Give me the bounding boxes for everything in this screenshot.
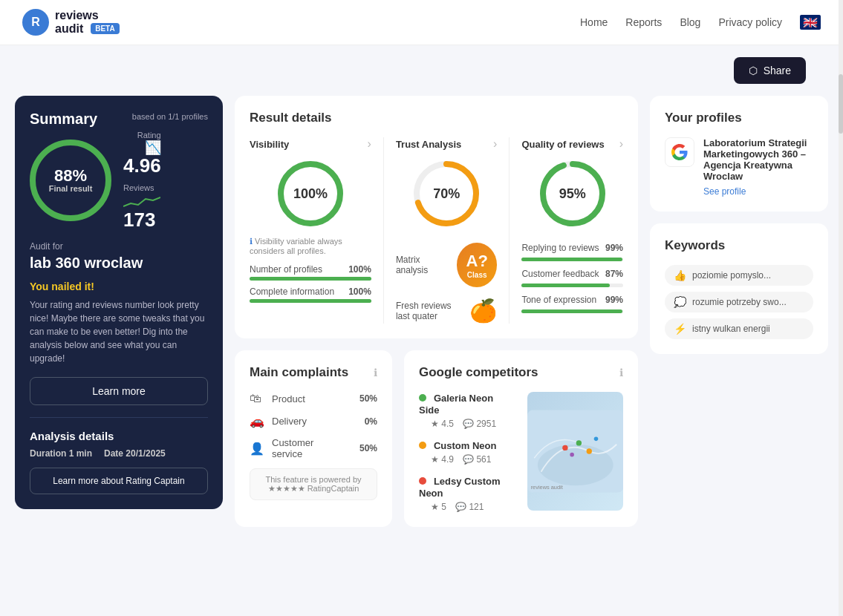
competitor-0-stats: ★ 4.5 💬 2951	[419, 419, 515, 429]
complaints-header: Main complaints ℹ	[250, 365, 377, 380]
learn-more-button[interactable]: Learn more	[30, 377, 208, 405]
share-button[interactable]: ⬡ Share	[734, 57, 806, 84]
nav-privacy[interactable]: Privacy policy	[718, 16, 782, 28]
complaints-card: Main complaints ℹ 🛍 Product 50% 🚗 Delive…	[235, 350, 392, 527]
audit-name: lab 360 wroclaw	[30, 255, 208, 272]
nailed-it: You nailed it!	[30, 281, 208, 292]
beta-badge: BETA	[91, 23, 119, 34]
visibility-nav-arrow[interactable]: ›	[368, 137, 371, 151]
trust-col: Trust Analysis › 70%	[396, 137, 498, 324]
competitor-1-reviews: 💬 561	[463, 454, 491, 465]
logo-reviews: reviews	[55, 9, 99, 22]
scroll-bar[interactable]	[839, 0, 843, 542]
competitors-grid: Galeria Neon Side ★ 4.5 💬 2951 Custom Ne…	[419, 392, 623, 512]
audit-for-label: Audit for	[30, 241, 208, 252]
complaint-customer-service: 👤 Customer service 50%	[250, 437, 377, 459]
trust-nav-arrow[interactable]: ›	[493, 137, 497, 151]
profile-item-0: Laboratorium Strategii Marketingowych 36…	[665, 137, 813, 197]
metric-complete-info: Complete information 100%	[250, 286, 371, 297]
summary-card: Summary based on 1/1 profiles 88% Final …	[15, 96, 223, 509]
quality-value: 95%	[559, 186, 586, 202]
nailed-desc: Your rating and reviews number look pret…	[30, 298, 208, 365]
google-logo	[665, 137, 694, 167]
profiles-card: Your profiles Laboratorium Strategii Mar…	[650, 96, 828, 212]
trust-value: 70%	[433, 186, 460, 202]
rating-sparkline: 📉	[145, 140, 161, 156]
competitor-0-name: Galeria Neon Side	[419, 393, 493, 416]
middle-column: Result details Visibility ›	[235, 96, 638, 527]
competitor-1-stats: ★ 4.9 💬 561	[419, 454, 515, 465]
customer-service-icon: 👤	[250, 442, 264, 456]
keyword-text-0: poziomie pomyslo...	[692, 270, 771, 281]
complaint-product: 🛍 Product 50%	[250, 392, 377, 405]
share-label: Share	[764, 65, 791, 76]
duration-value: 1 min	[69, 448, 92, 459]
date-label: Date 20/1/2025	[104, 448, 166, 459]
reviews-label: Reviews	[123, 183, 154, 192]
final-percent: 88%	[54, 168, 87, 184]
nav: Home Reports Blog Privacy policy 🇬🇧	[580, 15, 821, 30]
svg-point-9	[537, 445, 613, 486]
logo-text: reviews audit BETA	[55, 9, 120, 35]
complaints-info-icon[interactable]: ℹ	[374, 367, 377, 379]
matrix-badge: A? Class	[457, 243, 497, 287]
see-profile-link-0[interactable]: See profile	[703, 186, 746, 197]
analysis-details: Analysis details Duration 1 min Date 20/…	[30, 417, 208, 494]
profile-name-0: Laboratorium Strategii Marketingowych 36…	[703, 137, 813, 182]
final-result-circle: 88% Final result	[30, 140, 111, 221]
rating-captain-button[interactable]: Learn more about Rating Captain	[30, 468, 208, 494]
profiles-title: Your profiles	[665, 111, 813, 125]
competitor-2-dot	[419, 477, 426, 485]
competitor-2-reviews: 💬 121	[455, 502, 484, 512]
scroll-thumb[interactable]	[839, 74, 843, 134]
svg-point-13	[593, 437, 598, 442]
flag-icon[interactable]: 🇬🇧	[800, 15, 821, 30]
fresh-reviews-label: Fresh reviews last quater	[396, 301, 463, 321]
trust-circle: 70%	[409, 157, 484, 231]
delivery-percent: 0%	[354, 416, 377, 427]
keyword-text-1: rozumie potrzeby swo...	[692, 297, 787, 307]
competitor-0-reviews: 💬 2951	[463, 419, 496, 429]
powered-by: This feature is powered by★★★★★ RatingCa…	[250, 468, 377, 500]
rating-label: Rating	[137, 131, 161, 140]
quality-nav-arrow[interactable]: ›	[619, 137, 623, 151]
competitor-0: Galeria Neon Side ★ 4.5 💬 2951	[419, 392, 515, 429]
competitor-2-stats: ★ 5 💬 121	[419, 502, 515, 512]
visibility-circle: 100%	[273, 157, 348, 231]
matrix-label: Matrix analysis	[396, 255, 449, 275]
competitor-0-dot	[419, 394, 426, 402]
quality-col: Quality of reviews › 95%	[521, 137, 623, 324]
fresh-reviews-icon: 🍊	[469, 298, 497, 324]
delivery-icon: 🚗	[250, 414, 264, 428]
delivery-label: Delivery	[272, 416, 339, 427]
result-details-title: Result details	[250, 111, 623, 125]
competitors-info-icon[interactable]: ℹ	[619, 367, 623, 379]
profiles-scroll[interactable]: Laboratorium Strategii Marketingowych 36…	[665, 137, 813, 197]
nav-home[interactable]: Home	[580, 16, 608, 28]
keyword-icon-1: 💭	[674, 296, 686, 308]
competitor-1-name: Custom Neon	[434, 440, 497, 451]
profile-info-0: Laboratorium Strategii Marketingowych 36…	[703, 137, 813, 197]
bottom-row: Main complaints ℹ 🛍 Product 50% 🚗 Delive…	[235, 350, 638, 527]
rating-value: 4.96	[123, 156, 161, 175]
complaint-delivery: 🚗 Delivery 0%	[250, 414, 377, 428]
keyword-2: ⚡ istny wulkan energii	[665, 318, 813, 339]
keyword-0: 👍 poziomie pomyslo...	[665, 265, 813, 286]
keywords-card: Keywords 👍 poziomie pomyslo... 💭 rozumie…	[650, 223, 828, 354]
logo-icon: R	[22, 9, 49, 36]
svg-point-11	[576, 440, 581, 445]
left-sidebar: Summary based on 1/1 profiles 88% Final …	[15, 96, 223, 527]
nav-blog[interactable]: Blog	[680, 16, 700, 28]
complaints-title: Main complaints	[250, 365, 348, 380]
divider-2	[509, 137, 510, 324]
competitor-1-rating: ★ 4.9	[431, 454, 454, 465]
reviews-value: 173	[123, 209, 155, 231]
customer-service-label: Customer service	[272, 437, 339, 459]
visibility-col: Visibility › 100% ℹ	[250, 137, 371, 324]
metric-number-profiles: Number of profiles 100%	[250, 264, 371, 275]
nav-reports[interactable]: Reports	[625, 16, 662, 28]
keyword-tags: 👍 poziomie pomyslo... 💭 rozumie potrzeby…	[665, 265, 813, 339]
competitors-card: Google competitors ℹ Galeria Neon Side ★…	[404, 350, 638, 527]
competitors-header: Google competitors ℹ	[419, 365, 623, 380]
main-content: Summary based on 1/1 profiles 88% Final …	[0, 96, 843, 542]
